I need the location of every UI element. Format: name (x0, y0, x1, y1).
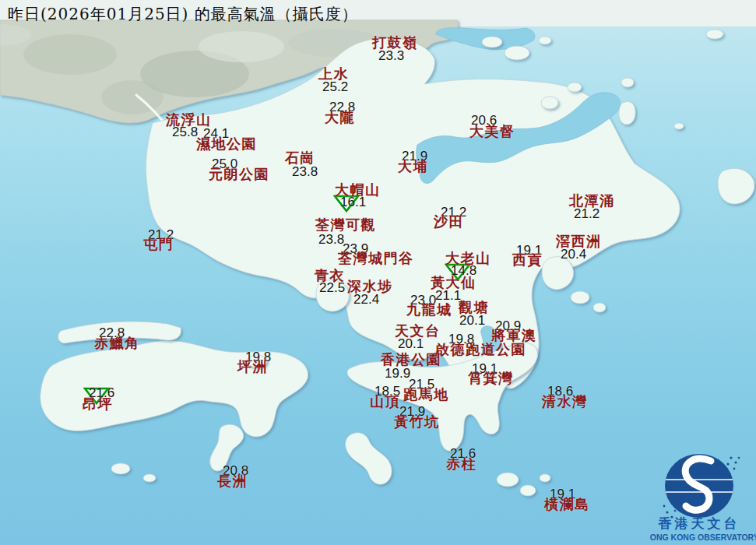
station-name: 打鼓嶺 (372, 36, 418, 50)
hko-logo-icon (663, 454, 740, 519)
station-name: 大帽山 (335, 183, 381, 197)
station-value: 23.3 (378, 49, 404, 62)
hko-logo: 香港天文台 HONG KONG OBSERVATORY (650, 434, 756, 545)
weather-map-screen: 昨日(2026年01月25日) 的最高氣溫（攝氏度） 23.3打鼓嶺25.2上水… (0, 0, 756, 545)
station-name: 青衣 (315, 269, 345, 283)
station-name: 九龍城 (406, 303, 452, 317)
station-name: 北潭涌 (569, 194, 615, 208)
station-name: 長洲 (217, 474, 248, 488)
station-name: 黃竹坑 (394, 415, 440, 429)
station-value: 20.4 (561, 248, 586, 261)
station-name: 荃灣城門谷 (338, 251, 414, 265)
station-value: 21.1 (435, 289, 461, 302)
station-name: 坪洲 (237, 360, 268, 374)
station-name: 屯門 (143, 237, 174, 251)
station-name: 天文台 (395, 324, 441, 338)
station-name: 山頂 (370, 395, 400, 409)
station-name: 赤柱 (446, 457, 476, 471)
station-name: 大老山 (445, 251, 491, 265)
station-name: 元朗公園 (209, 167, 269, 181)
station-name: 赤鱲角 (94, 336, 140, 350)
station-name: 大埔 (398, 160, 428, 174)
station-name: 大隴 (325, 111, 355, 125)
hong-kong-map (0, 0, 756, 545)
station-name: 昂坪 (83, 397, 113, 411)
station-name: 觀塘 (459, 301, 489, 315)
station-value: 23.8 (292, 165, 318, 178)
station-value: 21.2 (574, 207, 600, 220)
station-name: 啟德跑道公園 (435, 343, 526, 357)
station-name: 香港公園 (381, 353, 441, 367)
map-title: 昨日(2026年01月25日) 的最高氣溫（攝氏度） (8, 4, 358, 25)
station-value: 25.2 (322, 80, 348, 93)
station-name: 筲箕灣 (468, 371, 514, 385)
station-name: 流浮山 (166, 113, 212, 127)
station-name: 清水灣 (542, 395, 588, 409)
station-name: 深水埗 (347, 280, 393, 294)
station-name: 大美督 (469, 125, 515, 139)
station-name: 跑馬地 (403, 388, 449, 402)
station-name: 石崗 (285, 151, 315, 165)
station-name: 沙田 (434, 215, 464, 229)
hko-logo-english: HONG KONG OBSERVATORY (650, 533, 756, 542)
station-name: 上水 (318, 67, 349, 81)
station-value: 22.4 (353, 293, 379, 306)
station-name: 滘西洲 (556, 234, 602, 248)
hko-logo-chinese: 香港天文台 (658, 515, 740, 531)
station-value: 20.1 (459, 314, 485, 327)
station-name: 橫瀾島 (544, 498, 590, 512)
station-value: 19.9 (385, 367, 410, 380)
station-name: 黃大仙 (431, 276, 476, 290)
station-name: 西貢 (512, 253, 543, 267)
station-value: 20.1 (398, 337, 424, 350)
station-value: 23.8 (318, 233, 344, 246)
station-name: 荃灣可觀 (315, 218, 376, 232)
station-name: 濕地公園 (196, 137, 257, 151)
